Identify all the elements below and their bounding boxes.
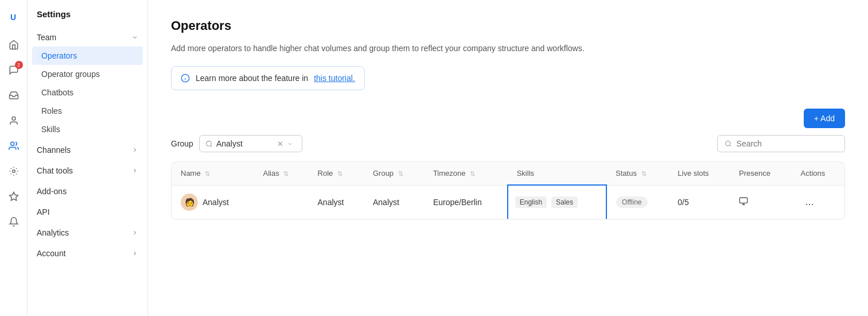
cell-actions: ... (792, 185, 844, 219)
sidebar-section-chat-tools-label: Chat tools (37, 166, 73, 175)
actions-more-button[interactable]: ... (801, 194, 819, 210)
skill-tag-sales: Sales (551, 196, 578, 208)
sidebar-section-chat-tools-header[interactable]: Chat tools (28, 161, 147, 180)
sidebar-section-channels: Channels (28, 141, 147, 159)
col-status: Status ⇅ (606, 162, 668, 185)
col-name: Name ⇅ (172, 162, 254, 185)
col-role: Role ⇅ (309, 162, 364, 185)
sidebar-section-analytics: Analytics (28, 223, 147, 242)
sidebar-section-analytics-label: Analytics (37, 228, 69, 237)
nav-contacts[interactable] (3, 110, 24, 131)
chevron-right-icon-2 (131, 167, 138, 174)
svg-point-11 (726, 141, 730, 145)
col-group: Group ⇅ (364, 162, 424, 185)
table-search-input[interactable] (737, 139, 838, 148)
sidebar-section-account-label: Account (37, 249, 66, 258)
col-timezone: Timezone ⇅ (424, 162, 508, 185)
sort-role-icon[interactable]: ⇅ (337, 170, 342, 177)
table-header-row: Name ⇅ Alias ⇅ Role ⇅ Group ⇅ (172, 162, 844, 185)
presence-icon (739, 198, 748, 207)
cell-alias (254, 185, 308, 219)
icon-nav: U 2 (0, 0, 28, 316)
info-icon (181, 74, 190, 83)
sidebar-section-api-label: API (37, 207, 50, 217)
chevron-down-filter-icon[interactable] (287, 141, 293, 147)
info-banner: Learn more about the feature in this tut… (171, 66, 365, 90)
svg-point-4 (12, 170, 15, 173)
sidebar-section-account: Account (28, 244, 147, 263)
nav-chat[interactable]: 2 (3, 60, 24, 80)
status-badge: Offline (616, 196, 647, 208)
group-filter: Group ✕ (171, 135, 302, 152)
sidebar-section-team-header[interactable]: Team (28, 28, 147, 47)
group-filter-input[interactable] (216, 139, 274, 148)
svg-marker-5 (9, 192, 18, 201)
svg-point-9 (207, 141, 212, 146)
sort-name-icon[interactable]: ⇅ (205, 170, 210, 177)
col-actions: Actions (792, 162, 844, 185)
sidebar-section-analytics-header[interactable]: Analytics (28, 223, 147, 242)
svg-line-12 (730, 145, 731, 146)
cell-role: Analyst (309, 185, 364, 219)
sort-alias-icon[interactable]: ⇅ (283, 170, 289, 177)
search-icon (205, 140, 213, 148)
sidebar: Settings Team Operators Operator groups … (28, 0, 148, 316)
filter-input-wrap: ✕ (199, 135, 302, 152)
nav-team[interactable] (3, 136, 24, 156)
sidebar-section-channels-header[interactable]: Channels (28, 141, 147, 159)
cell-live-slots: 0/5 (668, 185, 730, 219)
sort-timezone-icon[interactable]: ⇅ (470, 170, 475, 177)
sidebar-item-skills[interactable]: Skills (28, 120, 147, 138)
add-button[interactable]: + Add (804, 109, 845, 128)
chevron-right-icon-3 (131, 229, 138, 236)
sidebar-section-team: Team Operators Operator groups Chatbots … (28, 28, 147, 138)
col-alias: Alias ⇅ (254, 162, 308, 185)
clear-filter-icon[interactable]: ✕ (277, 140, 283, 148)
sidebar-section-chat-tools: Chat tools (28, 161, 147, 180)
svg-text:U: U (10, 13, 16, 22)
col-live-slots: Live slots (668, 162, 730, 185)
chevron-right-icon-4 (131, 250, 138, 257)
sort-group-icon[interactable]: ⇅ (398, 170, 403, 177)
sidebar-item-chatbots[interactable]: Chatbots (28, 83, 147, 102)
svg-point-3 (10, 142, 14, 145)
cell-name: 🧑 Analyst (172, 185, 254, 219)
nav-integrations[interactable] (3, 161, 24, 182)
main-content: Operators Add more operators to handle h… (148, 0, 868, 316)
svg-line-10 (211, 145, 212, 147)
avatar: 🧑 (181, 194, 198, 211)
cell-skills: English Sales (508, 185, 606, 219)
sidebar-section-addons: Add-ons (28, 182, 147, 201)
table-search-icon (725, 140, 732, 148)
sidebar-item-roles[interactable]: Roles (28, 102, 147, 120)
sidebar-section-account-header[interactable]: Account (28, 244, 147, 263)
skill-tag-english: English (515, 196, 547, 208)
sidebar-section-api-header[interactable]: API (28, 203, 147, 221)
nav-home[interactable] (3, 34, 24, 55)
chevron-down-icon (131, 34, 138, 41)
cell-group: Analyst (364, 185, 424, 219)
sidebar-section-channels-label: Channels (37, 145, 71, 155)
sidebar-item-operators[interactable]: Operators (32, 47, 143, 65)
page-title: Operators (171, 18, 845, 33)
col-skills: Skills (508, 162, 606, 185)
info-text: Learn more about the feature in (196, 74, 308, 83)
sidebar-item-operator-groups[interactable]: Operator groups (28, 65, 147, 83)
svg-rect-13 (739, 198, 747, 203)
nav-inbox[interactable] (3, 85, 24, 106)
cell-timezone: Europe/Berlin (424, 185, 508, 219)
toolbar: Group ✕ (171, 135, 845, 152)
operator-name: Analyst (203, 198, 229, 207)
sidebar-section-api: API (28, 203, 147, 221)
logo: U (3, 7, 24, 28)
sidebar-section-addons-header[interactable]: Add-ons (28, 182, 147, 201)
nav-ai[interactable] (3, 186, 24, 207)
sidebar-section-team-label: Team (37, 33, 56, 42)
table-row: 🧑 Analyst Analyst Analyst Europe/Berlin … (172, 185, 844, 219)
cell-status: Offline (606, 185, 668, 219)
group-filter-label: Group (171, 139, 193, 148)
info-link[interactable]: this tutorial. (314, 74, 355, 83)
sort-status-icon[interactable]: ⇅ (641, 170, 647, 177)
chat-badge: 2 (15, 61, 23, 69)
nav-notifications[interactable] (3, 211, 24, 232)
